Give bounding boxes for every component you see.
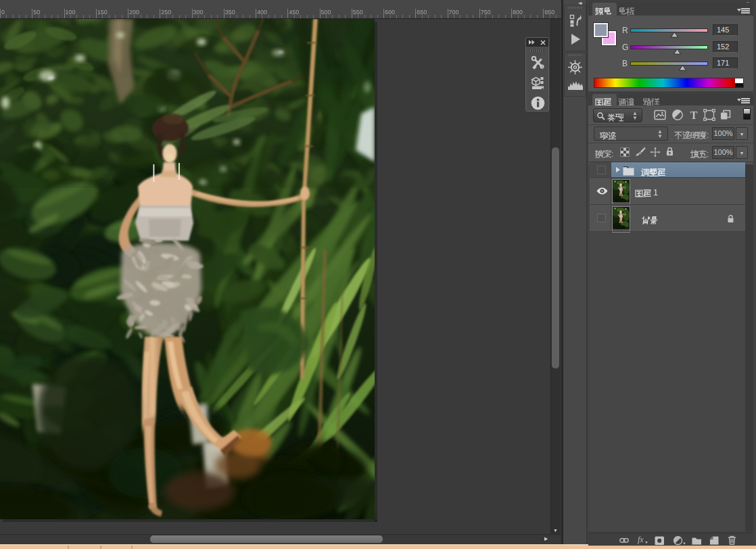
svg-text:T: T (690, 110, 698, 121)
svg-text:fx: fx (638, 535, 644, 544)
